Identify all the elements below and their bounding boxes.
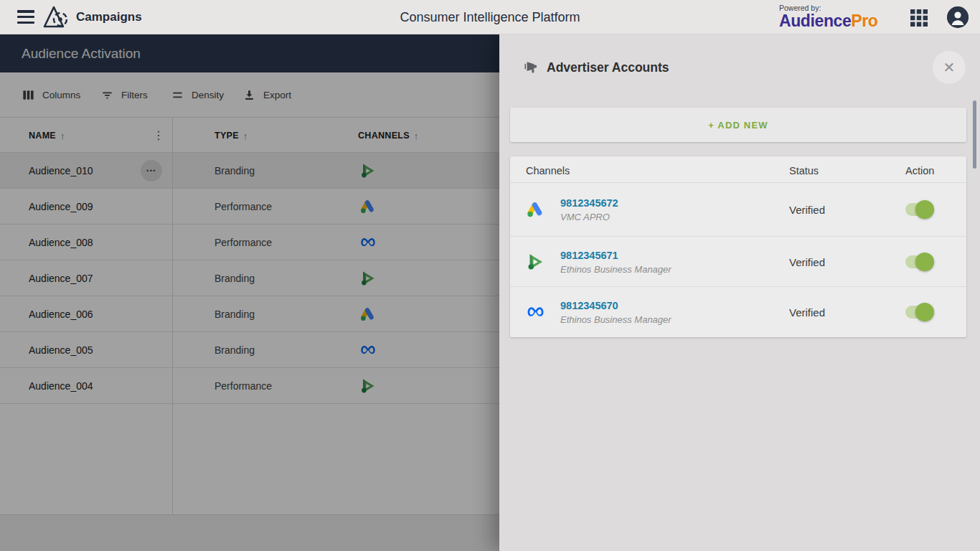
meta-icon [526,303,545,322]
account-id-link[interactable]: 9812345671 [560,249,672,260]
modal-backdrop[interactable] [0,34,499,551]
status-label: Verified [789,255,825,268]
menu-icon[interactable] [17,10,34,24]
account-row: 9812345670 Ethinos Business Manager Veri… [510,287,966,337]
brand-logo: AudiencePro [779,13,877,29]
topbar: Campaigns Consumer Intelligence Platform… [0,0,980,34]
add-new-button[interactable]: + ADD NEW [510,108,966,142]
screen: Campaigns Consumer Intelligence Platform… [0,0,980,551]
account-row: 9812345672 VMC APRO Verified [510,183,966,237]
avatar-icon[interactable] [947,6,969,28]
google-ads-icon [526,200,545,220]
drawer-title: Advertiser Accounts [547,34,669,100]
logo-target-icon [42,4,75,30]
toggle-switch[interactable] [905,306,931,319]
toggle-knob [915,200,934,219]
accounts-card: Channels Status Action 9812345672 VMC AP… [510,156,966,337]
account-name: Ethinos Business Manager [560,263,672,274]
advertiser-accounts-drawer: Advertiser Accounts ✕ + ADD NEW Channels… [499,34,980,551]
header-status: Status [789,156,819,183]
drawer-header: Advertiser Accounts ✕ [499,34,980,100]
apps-grid-icon[interactable] [910,9,928,27]
toggle-knob [915,253,934,271]
header-channels: Channels [526,156,570,183]
toggle-switch[interactable] [905,255,931,268]
status-label: Verified [789,306,825,319]
brand-block: Powered by: AudiencePro [779,4,877,29]
header-action: Action [905,156,934,183]
brand-pro: Pro [851,11,877,30]
account-row: 9812345671 Ethinos Business Manager Veri… [510,237,966,287]
scrollbar-thumb[interactable] [973,100,976,169]
account-name: Ethinos Business Manager [560,314,672,325]
nav-label-campaigns[interactable]: Campaigns [76,0,142,34]
toggle-switch[interactable] [905,203,931,216]
accounts-table-header: Channels Status Action [510,156,966,183]
brand-audience: Audience [779,11,851,30]
account-id-link[interactable]: 9812345672 [560,197,618,209]
audience-activation-page: Audience Activation Columns Filters Dens… [0,34,499,551]
account-id-link[interactable]: 9812345670 [560,300,672,311]
close-button[interactable]: ✕ [933,51,966,84]
dv360-icon [526,252,545,271]
app-title: Consumer Intelligence Platform [400,0,580,34]
megaphone-icon [524,60,540,75]
status-label: Verified [789,204,825,216]
account-name: VMC APRO [560,212,618,222]
close-icon: ✕ [943,60,956,75]
toggle-knob [915,303,934,321]
